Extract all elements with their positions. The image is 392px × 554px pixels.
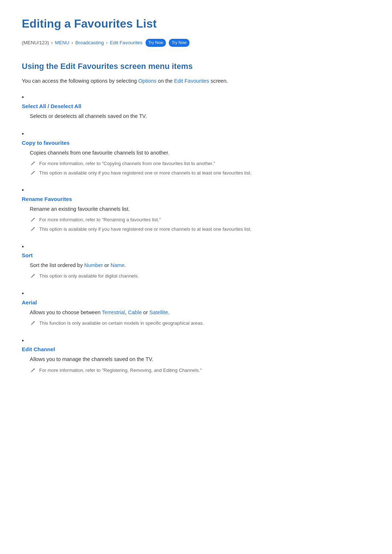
note-list-rename-favourites: For more information, refer to "Renaming…: [30, 216, 370, 233]
note-item: This function is only available on certa…: [30, 320, 370, 327]
note-text: For more information, refer to "Register…: [39, 367, 202, 374]
item-desc-rename-favourites: Rename an existing favourite channels li…: [30, 205, 370, 213]
breadcrumb: (MENU/123) › MENU › Broadcasting › Edit …: [22, 39, 370, 47]
note-text: This function is only available on certa…: [39, 320, 204, 327]
try-now-button-1[interactable]: Try Now: [146, 39, 166, 47]
breadcrumb-chevron-3: ›: [106, 39, 107, 47]
list-item-aerial: Aerial Allows you to choose between Terr…: [22, 289, 370, 327]
breadcrumb-chevron-1: ›: [51, 39, 53, 47]
item-desc-sort: Sort the list ordered by Number or Name.: [30, 261, 370, 270]
note-text: This option is available only if you hav…: [39, 226, 252, 233]
list-item-edit-channel: Edit Channel Allows you to manage the ch…: [22, 336, 370, 374]
pencil-icon: [30, 160, 36, 167]
note-list-aerial: This function is only available on certa…: [30, 320, 370, 327]
pencil-icon: [30, 226, 36, 233]
item-desc-aerial: Allows you to choose between Terrestrial…: [30, 308, 370, 317]
pencil-icon: [30, 217, 36, 223]
note-item: This option is available only if you hav…: [30, 169, 370, 177]
pencil-icon: [30, 273, 36, 279]
item-desc-copy-to-favourites: Copies channels from one favourite chann…: [30, 149, 370, 157]
page-title: Editing a Favourites List: [22, 15, 370, 33]
pencil-icon: [30, 367, 36, 374]
try-now-button-2[interactable]: Try Now: [169, 39, 189, 47]
note-text: For more information, refer to "Copying …: [39, 160, 215, 168]
section-title: Using the Edit Favourites screen menu it…: [22, 60, 370, 73]
intro-text-before-options: You can access the following options by …: [22, 78, 137, 84]
intro-options-link[interactable]: Options: [138, 78, 156, 84]
intro-paragraph: You can access the following options by …: [22, 77, 370, 85]
note-list-sort: This option is only available for digita…: [30, 272, 370, 280]
list-item-copy-to-favourites: Copy to favourites Copies channels from …: [22, 129, 370, 177]
note-item: For more information, refer to "Renaming…: [30, 216, 370, 224]
aerial-cable-link[interactable]: Cable: [128, 309, 142, 315]
intro-text-before-screen: on the: [158, 78, 172, 84]
main-list: Select All / Deselect All Selects or des…: [22, 93, 370, 374]
item-title-edit-channel: Edit Channel: [22, 345, 55, 354]
item-title-aerial: Aerial: [22, 298, 37, 307]
item-title-select-all: Select All / Deselect All: [22, 102, 81, 111]
note-text: This option is only available for digita…: [39, 272, 139, 280]
note-list-copy-to-favourites: For more information, refer to "Copying …: [30, 160, 370, 177]
note-item: This option is only available for digita…: [30, 272, 370, 280]
breadcrumb-chevron-2: ›: [72, 39, 73, 47]
pencil-icon: [30, 170, 36, 176]
sort-number-link[interactable]: Number: [84, 262, 103, 268]
list-item-sort: Sort Sort the list ordered by Number or …: [22, 242, 370, 280]
note-item: For more information, refer to "Register…: [30, 367, 370, 374]
note-item: This option is available only if you hav…: [30, 226, 370, 233]
item-title-copy-to-favourites: Copy to favourites: [22, 139, 70, 147]
note-text: This option is available only if you hav…: [39, 169, 252, 177]
list-item-select-all: Select All / Deselect All Selects or des…: [22, 93, 370, 120]
aerial-satellite-link[interactable]: Satellite: [149, 309, 168, 315]
sort-name-link[interactable]: Name: [110, 262, 124, 268]
note-list-edit-channel: For more information, refer to "Register…: [30, 367, 370, 374]
breadcrumb-link-broadcasting[interactable]: Broadcasting: [75, 39, 104, 47]
aerial-terrestrial-link[interactable]: Terrestrial: [102, 309, 125, 315]
item-title-sort: Sort: [22, 251, 33, 260]
intro-text-after: screen.: [211, 78, 228, 84]
note-text: For more information, refer to "Renaming…: [39, 216, 161, 224]
note-item: For more information, refer to "Copying …: [30, 160, 370, 168]
breadcrumb-link-edit-favourites[interactable]: Edit Favourites: [110, 39, 143, 47]
item-title-rename-favourites: Rename Favourites: [22, 195, 72, 204]
pencil-icon: [30, 320, 36, 327]
list-item-rename-favourites: Rename Favourites Rename an existing fav…: [22, 185, 370, 233]
breadcrumb-menu-ref: (MENU/123): [22, 39, 49, 47]
item-desc-select-all: Selects or deselects all channels saved …: [30, 112, 370, 120]
breadcrumb-link-menu[interactable]: MENU: [55, 39, 69, 47]
item-desc-edit-channel: Allows you to manage the channels saved …: [30, 355, 370, 364]
intro-screen-link[interactable]: Edit Favourites: [174, 78, 209, 84]
